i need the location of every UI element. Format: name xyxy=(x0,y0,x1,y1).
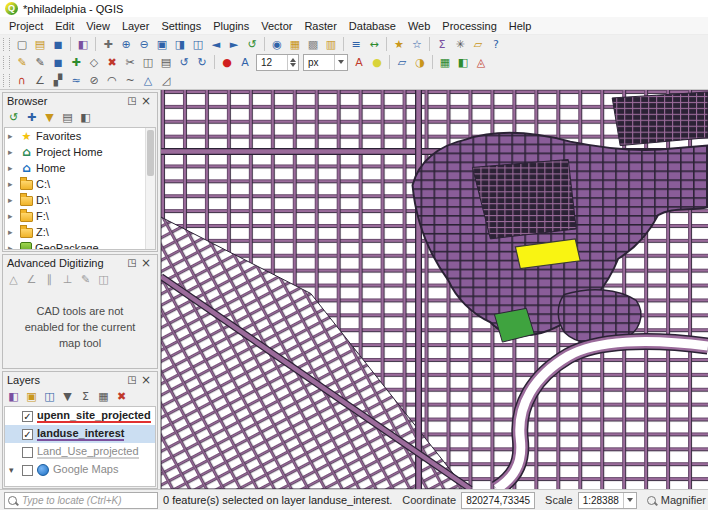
manage-map-themes[interactable]: ◫ xyxy=(41,388,58,405)
toolbar-handle[interactable] xyxy=(3,38,10,51)
cad-float[interactable]: ◫ xyxy=(95,271,112,288)
map-viewport[interactable] xyxy=(161,90,708,489)
menu-vector[interactable]: Vector xyxy=(255,19,298,33)
zoom-to-selection[interactable]: ◨ xyxy=(171,36,189,53)
remove-layer[interactable]: ✖ xyxy=(113,388,130,405)
font-unit-dropdown[interactable]: px xyxy=(303,54,348,71)
cad-tools[interactable]: △ xyxy=(139,72,157,89)
zoom-out[interactable]: ⊖ xyxy=(135,36,153,53)
zoom-in[interactable]: ⊕ xyxy=(117,36,135,53)
help-contents[interactable]: ? xyxy=(487,36,505,53)
locate-search-box[interactable] xyxy=(4,492,158,509)
enable-tracing[interactable]: ≈ xyxy=(67,72,85,89)
browser-add-selected-layers[interactable]: ✚ xyxy=(23,109,40,126)
digitize-with-curve[interactable]: ◠ xyxy=(103,72,121,89)
deselect-features[interactable]: ▩ xyxy=(304,36,322,53)
open-layer-styling-panel[interactable]: ◧ xyxy=(5,388,22,405)
new-shapefile-layer[interactable]: ▦ xyxy=(436,54,454,71)
browser-item-home[interactable]: Home xyxy=(5,160,155,176)
save-project[interactable]: ◼ xyxy=(49,36,67,53)
open-attribute-table[interactable]: ≡ xyxy=(347,36,365,53)
expand-arrow-icon[interactable] xyxy=(8,195,17,205)
dropdown-arrow-icon[interactable] xyxy=(334,55,347,70)
scrollbar-thumb[interactable] xyxy=(147,130,154,176)
browser-refresh[interactable]: ↺ xyxy=(5,109,22,126)
toolbar-handle[interactable] xyxy=(3,56,10,69)
cad-enable[interactable]: △ xyxy=(5,271,22,288)
layer-item-land-use-projected[interactable]: Land_Use_projected xyxy=(5,443,155,461)
processing-toolbox[interactable]: ✳ xyxy=(451,36,469,53)
current-edits[interactable]: ✎ xyxy=(13,54,31,71)
map-tips[interactable]: ▱ xyxy=(469,36,487,53)
undo[interactable]: ↺ xyxy=(175,54,193,71)
style-manager[interactable]: ◧ xyxy=(74,36,92,53)
label-tool[interactable]: A xyxy=(236,54,254,71)
expand-arrow-icon[interactable] xyxy=(8,179,17,189)
expand-arrow-icon[interactable] xyxy=(8,147,17,157)
expand-arrow-icon[interactable] xyxy=(8,227,17,237)
new-project[interactable]: ▢ xyxy=(13,36,31,53)
enable-snapping[interactable]: ∩ xyxy=(13,72,31,89)
layer-visibility-checkbox[interactable] xyxy=(22,447,33,458)
cad-perpendicular[interactable]: ⊥ xyxy=(59,271,76,288)
layer-item-landuse-interest[interactable]: landuse_interest xyxy=(5,425,155,443)
pan-map[interactable]: ✚ xyxy=(99,36,117,53)
highlight-pinned-labels[interactable]: ● xyxy=(218,54,236,71)
reshape-features[interactable]: ◿ xyxy=(157,72,175,89)
browser-item-drive-d[interactable]: D:\ xyxy=(5,192,155,208)
expand-arrow-icon[interactable] xyxy=(8,163,17,173)
browser-item-drive-f[interactable]: F:\ xyxy=(5,208,155,224)
expand-arrow-icon[interactable] xyxy=(8,211,17,221)
layer-visibility-checkbox[interactable] xyxy=(22,411,33,422)
layer-item-google-maps[interactable]: Google Maps xyxy=(5,461,155,479)
add-group[interactable]: ▣ xyxy=(23,388,40,405)
show-bookmarks[interactable]: ☆ xyxy=(408,36,426,53)
locate-input[interactable] xyxy=(20,494,154,507)
cad-settings[interactable]: ✎ xyxy=(77,271,94,288)
undock-panel-icon[interactable] xyxy=(125,95,139,108)
map-canvas[interactable] xyxy=(161,90,708,489)
menu-project[interactable]: Project xyxy=(3,19,49,33)
menu-web[interactable]: Web xyxy=(402,19,436,33)
menu-help[interactable]: Help xyxy=(503,19,538,33)
select-by-expression[interactable]: ▥ xyxy=(322,36,340,53)
statistics-summary[interactable]: Σ xyxy=(433,36,451,53)
undock-panel-icon[interactable] xyxy=(125,257,139,270)
layer-labeling-options[interactable]: ▱ xyxy=(393,54,411,71)
stream-digitizing[interactable]: ~ xyxy=(121,72,139,89)
snap-to-segment[interactable]: ∠ xyxy=(31,72,49,89)
close-panel-icon[interactable] xyxy=(139,374,153,387)
data-source-manager[interactable]: ◬ xyxy=(472,54,490,71)
paste-features[interactable]: ▤ xyxy=(157,54,175,71)
refresh-map[interactable]: ↺ xyxy=(243,36,261,53)
layer-diagram-options[interactable]: ◑ xyxy=(411,54,429,71)
menu-raster[interactable]: Raster xyxy=(298,19,342,33)
buffer-color[interactable]: ● xyxy=(368,54,386,71)
copy-features[interactable]: ◫ xyxy=(139,54,157,71)
cad-parallel[interactable]: ∥ xyxy=(41,271,58,288)
coordinate-field[interactable]: 820274,73345 xyxy=(461,492,535,509)
browser-collapse-all[interactable]: ▤ xyxy=(59,109,76,126)
menu-database[interactable]: Database xyxy=(343,19,402,33)
browser-filter[interactable]: ▼ xyxy=(41,109,58,126)
close-panel-icon[interactable] xyxy=(139,95,153,108)
topological-editing[interactable]: ▞ xyxy=(49,72,67,89)
menu-view[interactable]: View xyxy=(80,19,116,33)
filter-legend[interactable]: ▼ xyxy=(59,388,76,405)
new-geopackage-layer[interactable]: ◧ xyxy=(454,54,472,71)
browser-properties-widget[interactable]: ◧ xyxy=(77,109,94,126)
scale-combobox[interactable]: 1:28388 xyxy=(578,492,637,509)
cut-features[interactable]: ✂ xyxy=(121,54,139,71)
expand-arrow-icon[interactable] xyxy=(8,131,17,141)
measure-line[interactable]: ↔ xyxy=(365,36,383,53)
browser-item-drive-z[interactable]: Z:\ xyxy=(5,224,155,240)
avoid-overlap[interactable]: ⊘ xyxy=(85,72,103,89)
browser-scrollbar[interactable] xyxy=(145,128,155,249)
undock-panel-icon[interactable] xyxy=(125,374,139,387)
expand-arrow-icon[interactable] xyxy=(9,465,18,475)
expand-all[interactable]: ▦ xyxy=(95,388,112,405)
text-color[interactable]: A xyxy=(350,54,368,71)
menu-layer[interactable]: Layer xyxy=(116,19,156,33)
save-edits[interactable]: ◼ xyxy=(49,54,67,71)
delete-selected[interactable]: ✖ xyxy=(103,54,121,71)
